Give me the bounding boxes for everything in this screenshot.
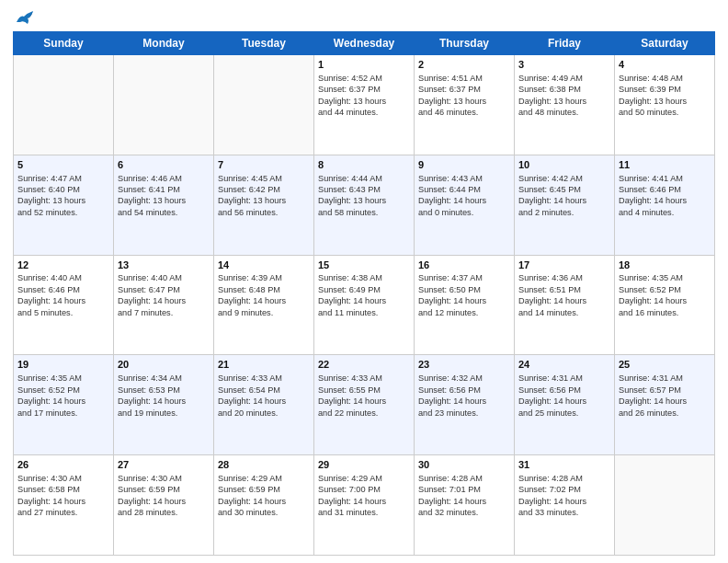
cell-content-line: and 26 minutes. bbox=[619, 408, 711, 419]
cell-content-line: and 11 minutes. bbox=[318, 307, 410, 318]
cell-content-line: Sunrise: 4:30 AM bbox=[17, 473, 109, 484]
page: SundayMondayTuesdayWednesdayThursdayFrid… bbox=[0, 0, 728, 563]
cell-content-line: Sunrise: 4:29 AM bbox=[318, 473, 410, 484]
cell-content-line: Daylight: 14 hours bbox=[218, 295, 310, 306]
day-number: 21 bbox=[218, 358, 310, 372]
calendar-cell bbox=[615, 455, 715, 556]
calendar-cell bbox=[14, 55, 114, 155]
cell-content-line: Sunset: 6:38 PM bbox=[518, 84, 610, 95]
cell-content-line: Daylight: 14 hours bbox=[17, 496, 109, 507]
day-header-saturday: Saturday bbox=[615, 32, 715, 55]
day-header-monday: Monday bbox=[114, 32, 214, 55]
calendar-cell: 5Sunrise: 4:47 AMSunset: 6:40 PMDaylight… bbox=[14, 155, 114, 255]
cell-content-line: Daylight: 14 hours bbox=[118, 295, 210, 306]
cell-content-line: Sunset: 6:59 PM bbox=[218, 484, 310, 495]
cell-content-line: Sunrise: 4:30 AM bbox=[118, 473, 210, 484]
cell-content-line: and 0 minutes. bbox=[418, 207, 510, 218]
day-number: 16 bbox=[418, 259, 510, 272]
calendar-cell: 15Sunrise: 4:38 AMSunset: 6:49 PMDayligh… bbox=[314, 255, 415, 355]
cell-content-line: and 7 minutes. bbox=[118, 307, 210, 318]
cell-content-line: and 2 minutes. bbox=[518, 207, 610, 218]
cell-content-line: and 19 minutes. bbox=[118, 408, 210, 419]
calendar-cell: 29Sunrise: 4:29 AMSunset: 7:00 PMDayligh… bbox=[314, 455, 415, 556]
day-number: 22 bbox=[318, 358, 410, 372]
day-number: 23 bbox=[418, 358, 510, 372]
calendar-cell: 30Sunrise: 4:28 AMSunset: 7:01 PMDayligh… bbox=[415, 455, 515, 556]
day-number: 13 bbox=[118, 259, 210, 272]
calendar-cell: 24Sunrise: 4:31 AMSunset: 6:56 PMDayligh… bbox=[515, 355, 615, 455]
day-number: 20 bbox=[118, 358, 210, 372]
day-number: 29 bbox=[318, 458, 410, 472]
calendar-cell: 25Sunrise: 4:31 AMSunset: 6:57 PMDayligh… bbox=[615, 355, 715, 455]
cell-content-line: Sunset: 6:43 PM bbox=[318, 184, 410, 195]
cell-content-line: Sunrise: 4:29 AM bbox=[218, 473, 310, 484]
cell-content-line: and 54 minutes. bbox=[118, 207, 210, 218]
day-number: 2 bbox=[418, 58, 510, 72]
day-number: 6 bbox=[118, 158, 210, 172]
cell-content-line: Daylight: 14 hours bbox=[418, 195, 510, 206]
day-number: 14 bbox=[218, 259, 310, 272]
cell-content-line: Sunrise: 4:43 AM bbox=[418, 173, 510, 184]
calendar-week-row: 26Sunrise: 4:30 AMSunset: 6:58 PMDayligh… bbox=[14, 455, 715, 556]
calendar-cell: 17Sunrise: 4:36 AMSunset: 6:51 PMDayligh… bbox=[515, 255, 615, 355]
cell-content-line: Sunrise: 4:52 AM bbox=[318, 73, 410, 84]
cell-content-line: Sunrise: 4:28 AM bbox=[418, 473, 510, 484]
day-number: 31 bbox=[518, 458, 610, 472]
cell-content-line: Sunset: 6:46 PM bbox=[17, 284, 109, 295]
cell-content-line: and 30 minutes. bbox=[218, 507, 310, 518]
calendar-cell: 19Sunrise: 4:35 AMSunset: 6:52 PMDayligh… bbox=[14, 355, 114, 455]
cell-content-line: Sunrise: 4:28 AM bbox=[518, 473, 610, 484]
cell-content-line: Daylight: 14 hours bbox=[518, 496, 610, 507]
cell-content-line: and 46 minutes. bbox=[418, 107, 510, 118]
day-number: 7 bbox=[218, 158, 310, 172]
cell-content-line: Daylight: 13 hours bbox=[318, 195, 410, 206]
cell-content-line: and 33 minutes. bbox=[518, 507, 610, 518]
cell-content-line: Daylight: 14 hours bbox=[318, 496, 410, 507]
cell-content-line: Daylight: 14 hours bbox=[418, 396, 510, 407]
calendar-cell bbox=[114, 55, 214, 155]
day-header-wednesday: Wednesday bbox=[314, 32, 415, 55]
cell-content-line: Sunrise: 4:38 AM bbox=[318, 272, 410, 283]
cell-content-line: Sunrise: 4:31 AM bbox=[518, 373, 610, 384]
cell-content-line: Sunrise: 4:49 AM bbox=[518, 73, 610, 84]
calendar-cell: 3Sunrise: 4:49 AMSunset: 6:38 PMDaylight… bbox=[515, 55, 615, 155]
day-number: 25 bbox=[619, 358, 711, 372]
cell-content-line: Daylight: 13 hours bbox=[17, 195, 109, 206]
cell-content-line: Daylight: 14 hours bbox=[518, 396, 610, 407]
cell-content-line: Sunset: 6:54 PM bbox=[218, 385, 310, 396]
cell-content-line: and 12 minutes. bbox=[418, 307, 510, 318]
day-number: 9 bbox=[418, 158, 510, 172]
cell-content-line: and 22 minutes. bbox=[318, 408, 410, 419]
day-number: 19 bbox=[17, 358, 109, 372]
cell-content-line: and 56 minutes. bbox=[218, 207, 310, 218]
day-number: 12 bbox=[17, 259, 109, 272]
calendar-cell: 6Sunrise: 4:46 AMSunset: 6:41 PMDaylight… bbox=[114, 155, 214, 255]
cell-content-line: Sunset: 6:37 PM bbox=[418, 84, 510, 95]
cell-content-line: Daylight: 13 hours bbox=[218, 195, 310, 206]
calendar-cell: 4Sunrise: 4:48 AMSunset: 6:39 PMDaylight… bbox=[615, 55, 715, 155]
cell-content-line: Sunset: 6:49 PM bbox=[318, 284, 410, 295]
cell-content-line: and 23 minutes. bbox=[418, 408, 510, 419]
cell-content-line: Daylight: 14 hours bbox=[17, 295, 109, 306]
calendar-cell: 14Sunrise: 4:39 AMSunset: 6:48 PMDayligh… bbox=[214, 255, 314, 355]
day-number: 24 bbox=[518, 358, 610, 372]
cell-content-line: Sunset: 6:50 PM bbox=[418, 284, 510, 295]
cell-content-line: Sunset: 6:48 PM bbox=[218, 284, 310, 295]
cell-content-line: Sunset: 6:39 PM bbox=[619, 84, 711, 95]
cell-content-line: Sunset: 6:46 PM bbox=[619, 184, 711, 195]
cell-content-line: Sunset: 6:45 PM bbox=[518, 184, 610, 195]
cell-content-line: Sunrise: 4:41 AM bbox=[619, 173, 711, 184]
calendar-cell bbox=[214, 55, 314, 155]
day-number: 1 bbox=[318, 58, 410, 72]
calendar-cell: 23Sunrise: 4:32 AMSunset: 6:56 PMDayligh… bbox=[415, 355, 515, 455]
cell-content-line: Daylight: 13 hours bbox=[318, 96, 410, 107]
cell-content-line: Sunset: 6:57 PM bbox=[619, 385, 711, 396]
cell-content-line: Daylight: 14 hours bbox=[318, 396, 410, 407]
cell-content-line: and 16 minutes. bbox=[619, 307, 711, 318]
day-number: 10 bbox=[518, 158, 610, 172]
cell-content-line: Daylight: 14 hours bbox=[418, 496, 510, 507]
day-number: 4 bbox=[619, 58, 711, 72]
cell-content-line: Sunrise: 4:44 AM bbox=[318, 173, 410, 184]
day-number: 5 bbox=[17, 158, 109, 172]
cell-content-line: and 32 minutes. bbox=[418, 507, 510, 518]
